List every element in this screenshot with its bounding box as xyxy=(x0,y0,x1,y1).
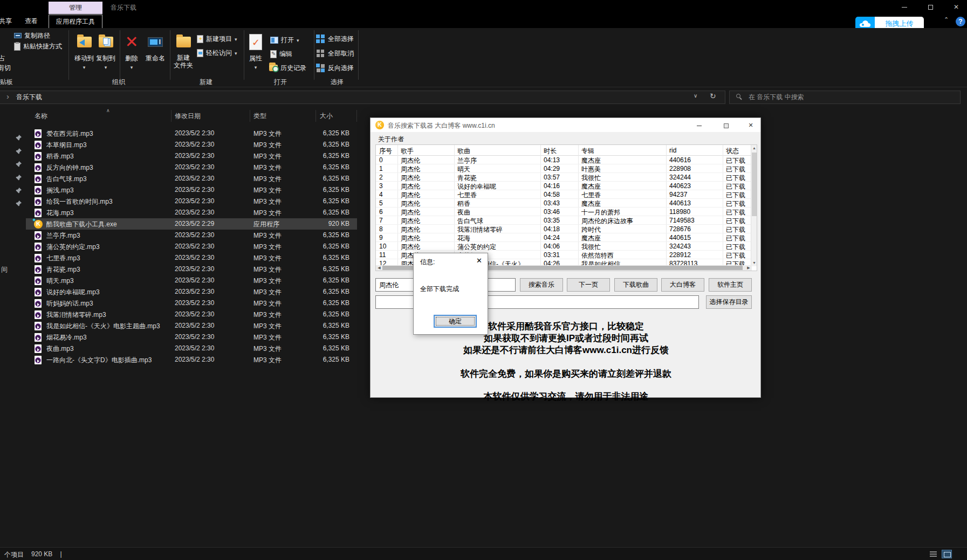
downloader-maximize-button[interactable] xyxy=(720,121,732,130)
new-item-button[interactable]: 新建项目 xyxy=(197,34,237,43)
homepage-button[interactable]: 软件主页 xyxy=(709,278,752,292)
col-index[interactable]: 序号 xyxy=(379,147,392,156)
address-dropdown-icon[interactable]: ∨ xyxy=(694,93,697,99)
address-field[interactable] xyxy=(0,91,725,104)
downloader-close-button[interactable]: ✕ xyxy=(745,121,757,130)
vertical-scrollbar[interactable]: ▲ ▼ xyxy=(751,145,757,266)
tab-share[interactable]: 共享 xyxy=(0,17,12,26)
cell-rid: 228912 xyxy=(669,251,691,259)
open-button[interactable]: 打开 xyxy=(270,36,299,44)
file-row[interactable]: 酷我歌曲下载小工具.exe2023/5/2 2:29应用程序920 KB xyxy=(26,218,357,230)
tab-view[interactable]: 查看 xyxy=(25,17,38,26)
edit-button[interactable]: 编辑 xyxy=(270,50,292,58)
downloader-minimize-button[interactable] xyxy=(693,121,705,130)
maximize-button[interactable] xyxy=(921,0,939,14)
file-date: 2023/5/2 2:30 xyxy=(175,243,214,250)
file-row[interactable]: 晴天.mp32023/5/2 2:30MP3 文件6,325 KB xyxy=(26,275,357,286)
file-row[interactable]: 七里香.mp32023/5/2 2:30MP3 文件6,325 KB xyxy=(26,252,357,264)
file-row[interactable]: 一路向北-《头文字D》电影插曲.mp32023/5/2 2:30MP3 文件6,… xyxy=(26,354,357,365)
file-row[interactable]: 稻香.mp32023/5/2 2:30MP3 文件6,325 KB xyxy=(26,150,357,162)
new-folder-button[interactable]: 新建 文件夹 xyxy=(168,30,198,69)
scroll-left-icon[interactable]: ◀ xyxy=(376,265,382,271)
breadcrumb[interactable]: 音乐下载 xyxy=(16,93,42,102)
col-duration[interactable]: 时长 xyxy=(544,147,557,156)
result-row[interactable]: 7周杰伦告白气球03:35周杰伦的床边故事7149583已下载 xyxy=(376,216,752,225)
pin-icon xyxy=(15,134,22,141)
file-row[interactable]: 说好的幸福呢.mp32023/5/2 2:30MP3 文件6,325 KB xyxy=(26,286,357,298)
file-row[interactable]: 烟花易冷.mp32023/5/2 2:30MP3 文件6,325 KB xyxy=(26,331,357,343)
download-songs-button[interactable]: 下载歌曲 xyxy=(614,278,657,292)
column-header-size[interactable]: 大小 xyxy=(320,112,333,121)
search-music-button[interactable]: 搜索音乐 xyxy=(520,278,563,292)
scrollbar-thumb[interactable] xyxy=(752,153,757,216)
result-row[interactable]: 2周杰伦青花瓷03:57我很忙324244已下载 xyxy=(376,173,752,182)
file-row[interactable]: 给我一首歌的时间.mp32023/5/2 2:30MP3 文件6,325 KB xyxy=(26,196,357,207)
file-row[interactable]: 本草纲目.mp32023/5/2 2:30MP3 文件6,325 KB xyxy=(26,139,357,150)
dialog-ok-button[interactable]: 确定 xyxy=(434,315,477,328)
col-artist[interactable]: 歌手 xyxy=(401,147,414,156)
column-divider[interactable] xyxy=(356,110,357,122)
help-icon[interactable]: ? xyxy=(956,17,965,26)
result-row[interactable]: 4周杰伦七里香04:58七里香94237已下载 xyxy=(376,190,752,199)
column-header-name[interactable]: 名称 xyxy=(35,112,47,121)
details-view-icon[interactable] xyxy=(928,550,938,558)
result-row[interactable]: 9周杰伦花海04:24魔杰座440615已下载 xyxy=(376,233,752,242)
scroll-right-icon[interactable]: ▶ xyxy=(745,265,752,271)
close-button[interactable] xyxy=(947,0,965,14)
column-divider[interactable] xyxy=(250,110,250,122)
result-row[interactable]: 1周杰伦晴天04:29叶惠美228908已下载 xyxy=(376,164,752,173)
menu-about-author[interactable]: 关于作者 xyxy=(378,135,404,144)
file-row[interactable]: 夜曲.mp32023/5/2 2:30MP3 文件6,325 KB xyxy=(26,343,357,354)
result-row[interactable]: 10周杰伦蒲公英的约定04:06我很忙324243已下载 xyxy=(376,242,752,251)
choose-save-dir-button[interactable]: 选择保存目录 xyxy=(706,295,752,309)
column-header-type[interactable]: 类型 xyxy=(253,112,266,121)
file-row[interactable]: 爱在西元前.mp32023/5/2 2:30MP3 文件6,325 KB xyxy=(26,128,357,139)
select-none-button[interactable]: 全部取消 xyxy=(316,49,354,58)
tab-app-tools[interactable]: 应用程序工具 xyxy=(49,15,102,28)
paste-button-fragment[interactable]: 占 xyxy=(0,54,5,63)
properties-button[interactable]: 属性 xyxy=(241,30,271,71)
file-row[interactable]: 听妈妈的话.mp32023/5/2 2:30MP3 文件6,325 KB xyxy=(26,298,357,309)
col-status[interactable]: 状态 xyxy=(726,147,739,156)
file-row[interactable]: 青花瓷.mp32023/5/2 2:30MP3 文件6,325 KB xyxy=(26,264,357,275)
contextual-tab-manage[interactable]: 管理 xyxy=(49,2,102,14)
col-rid[interactable]: rid xyxy=(669,147,676,154)
file-row[interactable]: 我是如此相信-《天火》电影主题曲.mp32023/5/2 2:30MP3 文件6… xyxy=(26,320,357,331)
file-row[interactable]: 花海.mp32023/5/2 2:30MP3 文件6,325 KB xyxy=(26,207,357,218)
result-row[interactable]: 5周杰伦稻香03:43魔杰座440613已下载 xyxy=(376,199,752,208)
scroll-up-icon[interactable]: ▲ xyxy=(751,145,757,151)
easy-access-button[interactable]: 轻松访问 xyxy=(197,49,237,57)
large-icons-view-icon[interactable] xyxy=(942,550,952,558)
dialog-close-icon[interactable]: ✕ xyxy=(476,257,482,265)
next-page-button[interactable]: 下一页 xyxy=(567,278,610,292)
file-row[interactable]: 告白气球.mp32023/5/2 2:30MP3 文件6,325 KB xyxy=(26,173,357,184)
result-row[interactable]: 6周杰伦夜曲03:46十一月的萧邦118980已下载 xyxy=(376,208,752,216)
col-album[interactable]: 专辑 xyxy=(581,147,594,156)
minimize-button[interactable] xyxy=(895,0,914,14)
file-row[interactable]: 兰亭序.mp32023/5/2 2:30MP3 文件6,325 KB xyxy=(26,230,357,241)
scroll-down-icon[interactable]: ▼ xyxy=(751,260,757,266)
select-all-button[interactable]: 全部选择 xyxy=(316,34,354,43)
column-divider[interactable] xyxy=(171,110,172,122)
ribbon-collapse-icon[interactable]: ⌃ xyxy=(944,16,949,23)
file-row[interactable]: 反方向的钟.mp32023/5/2 2:30MP3 文件6,325 KB xyxy=(26,162,357,173)
blog-button[interactable]: 大白博客 xyxy=(661,278,704,292)
file-row[interactable]: 搁浅.mp32023/5/2 2:30MP3 文件6,325 KB xyxy=(26,184,357,196)
result-row[interactable]: 0周杰伦兰亭序04:13魔杰座440616已下载 xyxy=(376,156,752,164)
refresh-icon[interactable]: ↻ xyxy=(710,92,716,100)
column-divider[interactable] xyxy=(316,110,316,122)
paste-shortcut-button[interactable]: 粘贴快捷方式 xyxy=(14,42,62,51)
invert-selection-button[interactable]: 反向选择 xyxy=(316,64,354,72)
rename-button[interactable]: 重命名 xyxy=(140,30,170,63)
file-row[interactable]: 蒲公英的约定.mp32023/5/2 2:30MP3 文件6,325 KB xyxy=(26,241,357,252)
history-button[interactable]: 历史记录 xyxy=(269,64,306,72)
cut-button[interactable]: 剪切 xyxy=(0,64,11,72)
file-row[interactable]: 我落泪情绪零碎.mp32023/5/2 2:30MP3 文件6,325 KB xyxy=(26,309,357,320)
result-row[interactable]: 3周杰伦说好的幸福呢04:16魔杰座440623已下载 xyxy=(376,182,752,190)
col-song[interactable]: 歌曲 xyxy=(457,147,470,156)
cell-no: 2 xyxy=(379,174,383,181)
downloader-titlebar[interactable]: 音乐搜索下载器 大白博客 www.c1i.cn ✕ xyxy=(371,118,760,132)
column-header-date[interactable]: 修改日期 xyxy=(175,112,201,121)
copy-path-button[interactable]: 复制路径 xyxy=(14,31,50,40)
result-row[interactable]: 8周杰伦我落泪情绪零碎04:18跨时代728676已下载 xyxy=(376,225,752,233)
